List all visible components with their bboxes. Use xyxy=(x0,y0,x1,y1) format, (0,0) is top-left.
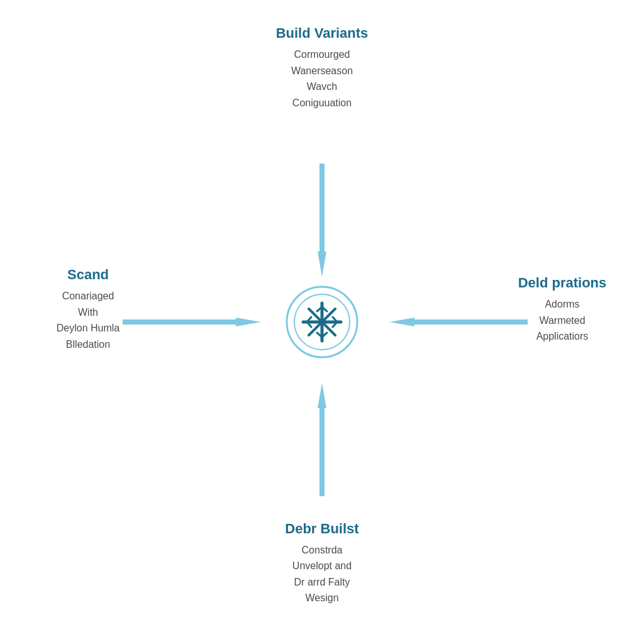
left-block: Scand Conariaged With Deylon Humla Blled… xyxy=(19,267,157,352)
top-block: Build Variants Cormourged Wanerseason Wa… xyxy=(234,25,410,111)
diagram-container: Build Variants Cormourged Wanerseason Wa… xyxy=(0,0,644,644)
top-body: Cormourged Wanerseason Wavch Coniguuatio… xyxy=(234,47,410,111)
left-line-2: With xyxy=(19,304,157,320)
right-line-3: Applicatiors xyxy=(493,328,631,345)
bottom-line-4: Wesign xyxy=(234,590,410,606)
bottom-line-3: Dr arrd Falty xyxy=(234,574,410,591)
center-icon xyxy=(284,284,360,360)
bottom-heading: Debr Builst xyxy=(234,521,410,537)
top-line-1: Cormourged xyxy=(234,47,410,63)
bottom-line-1: Constrda xyxy=(234,542,410,558)
top-line-3: Wavch xyxy=(234,79,410,95)
arrow-down xyxy=(318,164,326,277)
top-line-4: Coniguuation xyxy=(234,95,410,111)
left-heading: Scand xyxy=(19,267,157,283)
bottom-line-2: Unvelopt and xyxy=(234,558,410,574)
arrow-up xyxy=(318,383,326,496)
top-heading: Build Variants xyxy=(234,25,410,42)
right-block: Deld prations Adorms Warmeted Applicatio… xyxy=(493,275,631,345)
right-heading: Deld prations xyxy=(493,275,631,291)
bottom-body: Constrda Unvelopt and Dr arrd Falty Wesi… xyxy=(234,542,410,606)
left-line-1: Conariaged xyxy=(19,288,157,304)
bottom-block: Debr Builst Constrda Unvelopt and Dr arr… xyxy=(234,521,410,606)
left-line-4: Blledation xyxy=(19,336,157,353)
top-line-2: Wanerseason xyxy=(234,63,410,79)
right-line-1: Adorms xyxy=(493,296,631,313)
